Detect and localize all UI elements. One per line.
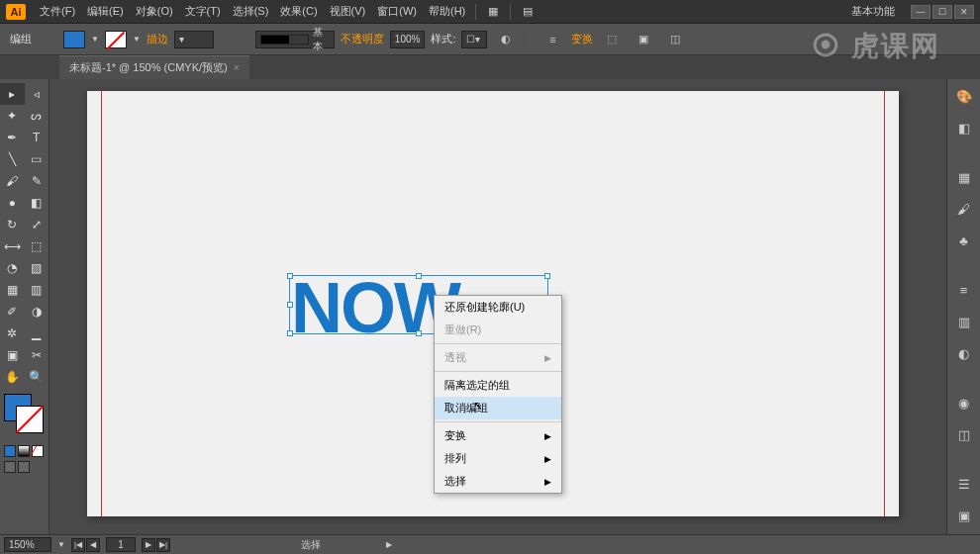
graph-tool[interactable]: ▁	[25, 323, 49, 344]
clip-icon[interactable]: ◫	[664, 31, 686, 48]
ctx-select[interactable]: 选择▶	[435, 470, 561, 493]
fill-stroke-indicator[interactable]	[4, 394, 45, 437]
opacity-input[interactable]: 100%	[390, 31, 426, 48]
document-tab[interactable]: 未标题-1* @ 150% (CMYK/预览) ×	[59, 55, 249, 79]
gradient-mode-icon[interactable]	[18, 445, 30, 457]
stroke-swatch[interactable]	[105, 31, 127, 48]
transform-label[interactable]: 变换	[571, 32, 593, 46]
zoom-level-input[interactable]: 150%	[4, 537, 51, 552]
stroke-color-swatch[interactable]	[16, 406, 44, 433]
artboards-panel-icon[interactable]: ▣	[953, 505, 975, 526]
gradient-panel-icon[interactable]: ▥	[953, 311, 975, 332]
transparency-panel-icon[interactable]: ◐	[953, 342, 975, 364]
canvas-area[interactable]: NOW 还原创建轮廓(U) 重做(R) 透视▶ 隔离选定的组 取消编组 变换▶	[49, 79, 946, 534]
zoom-dropdown-icon[interactable]: ▼	[57, 540, 65, 549]
fill-dropdown-icon[interactable]: ▼	[91, 35, 99, 44]
perspective-tool[interactable]: ▨	[25, 257, 49, 279]
close-button[interactable]: ✕	[954, 5, 974, 19]
color-mode-icon[interactable]	[4, 445, 16, 457]
symbols-panel-icon[interactable]: ♣	[953, 230, 975, 251]
eraser-tool[interactable]: ◧	[25, 192, 49, 214]
mask-icon[interactable]: ▣	[633, 31, 654, 48]
free-transform-tool[interactable]: ⬚	[25, 235, 49, 257]
menu-help[interactable]: 帮助(H)	[423, 4, 471, 19]
layout-icon[interactable]: ▦	[482, 3, 504, 21]
screen-mode-icon[interactable]	[4, 461, 16, 473]
slice-tool[interactable]: ✂	[25, 344, 49, 366]
selection-handle[interactable]	[287, 302, 293, 308]
pencil-tool[interactable]: ✎	[25, 170, 49, 192]
maximize-button[interactable]: ☐	[932, 5, 952, 19]
blob-brush-tool[interactable]: ●	[0, 192, 25, 214]
color-guide-panel-icon[interactable]: ◧	[953, 117, 975, 138]
ctx-arrange[interactable]: 排列▶	[435, 447, 561, 470]
menu-edit[interactable]: 编辑(E)	[81, 4, 130, 19]
symbol-sprayer-tool[interactable]: ✲	[0, 323, 25, 344]
selection-handle[interactable]	[287, 330, 293, 336]
recolor-icon[interactable]: ◐	[495, 31, 517, 48]
style-dropdown[interactable]: ☐▾	[461, 31, 487, 48]
menu-select[interactable]: 选择(S)	[227, 4, 275, 19]
artboard-tool[interactable]: ▣	[0, 344, 25, 366]
hand-tool[interactable]: ✋	[0, 366, 25, 388]
brush-profile-dropdown[interactable]: 基本	[255, 31, 335, 48]
direct-selection-tool[interactable]: ◃	[25, 83, 49, 105]
shape-builder-tool[interactable]: ◔	[0, 257, 25, 279]
swatches-panel-icon[interactable]: ▦	[953, 166, 975, 188]
blend-tool[interactable]: ◑	[25, 301, 49, 323]
prev-artboard-button[interactable]: ◀	[86, 538, 100, 552]
draw-mode-icon[interactable]	[18, 461, 30, 473]
gradient-tool[interactable]: ▥	[25, 279, 49, 301]
pen-tool[interactable]: ✒	[0, 127, 25, 148]
ctx-isolate-group[interactable]: 隔离选定的组	[435, 374, 561, 397]
type-tool[interactable]: T	[25, 127, 49, 148]
rectangle-tool[interactable]: ▭	[25, 148, 49, 170]
ctx-ungroup[interactable]: 取消编组	[435, 397, 561, 419]
menu-effect[interactable]: 效果(C)	[274, 4, 323, 19]
align-icon[interactable]: ≡	[541, 31, 563, 48]
menu-object[interactable]: 对象(O)	[130, 4, 179, 19]
first-artboard-button[interactable]: |◀	[71, 538, 85, 552]
none-mode-icon[interactable]: ⁄	[32, 445, 44, 457]
menu-type[interactable]: 文字(T)	[179, 4, 227, 19]
stroke-panel-icon[interactable]: ≡	[953, 279, 975, 301]
zoom-tool[interactable]: 🔍	[25, 366, 49, 388]
stroke-dropdown-icon[interactable]: ▼	[133, 35, 141, 44]
stroke-weight-input[interactable]: ▾	[174, 31, 214, 48]
menu-window[interactable]: 窗口(W)	[371, 4, 423, 19]
eyedropper-tool[interactable]: ✐	[0, 301, 25, 323]
rotate-tool[interactable]: ↻	[0, 214, 25, 235]
opacity-label[interactable]: 不透明度	[341, 32, 384, 46]
stroke-label[interactable]: 描边	[147, 32, 168, 46]
scale-tool[interactable]: ⤢	[25, 214, 49, 235]
width-tool[interactable]: ⟷	[0, 235, 25, 257]
lasso-tool[interactable]: ᔕ	[25, 105, 49, 127]
ctx-undo-create-outlines[interactable]: 还原创建轮廓(U)	[435, 296, 561, 319]
layers-panel-icon[interactable]: ☰	[953, 473, 975, 495]
selection-handle[interactable]	[287, 273, 293, 279]
menu-view[interactable]: 视图(V)	[324, 4, 372, 19]
mesh-tool[interactable]: ▦	[0, 279, 25, 301]
graphic-styles-panel-icon[interactable]: ◫	[953, 423, 975, 445]
tab-close-icon[interactable]: ×	[234, 62, 240, 73]
last-artboard-button[interactable]: ▶|	[156, 538, 170, 552]
arrange-docs-icon[interactable]: ▤	[517, 3, 539, 21]
next-artboard-button[interactable]: ▶	[142, 538, 155, 552]
menu-file[interactable]: 文件(F)	[34, 4, 81, 19]
artboard-number-input[interactable]: 1	[106, 537, 136, 552]
workspace-switcher[interactable]: 基本功能	[843, 4, 903, 19]
ctx-transform[interactable]: 变换▶	[435, 424, 561, 447]
status-dropdown-icon[interactable]: ▶	[386, 540, 392, 549]
magic-wand-tool[interactable]: ✦	[0, 105, 25, 127]
appearance-panel-icon[interactable]: ◉	[953, 392, 975, 414]
selection-handle[interactable]	[416, 330, 422, 336]
minimize-button[interactable]: —	[911, 5, 931, 19]
isolate-icon[interactable]: ⬚	[601, 31, 623, 48]
selection-handle[interactable]	[416, 273, 422, 279]
fill-swatch[interactable]	[63, 31, 85, 48]
color-panel-icon[interactable]: 🎨	[953, 85, 975, 107]
brushes-panel-icon[interactable]: 🖌	[953, 198, 975, 220]
selection-tool[interactable]: ▸	[0, 83, 25, 105]
selection-handle[interactable]	[544, 273, 550, 279]
paintbrush-tool[interactable]: 🖌	[0, 170, 25, 192]
